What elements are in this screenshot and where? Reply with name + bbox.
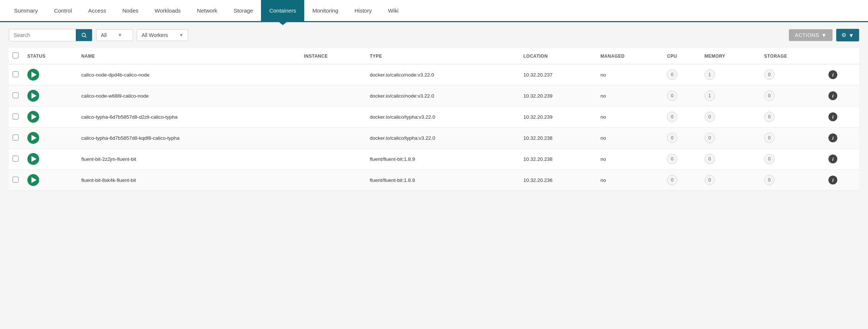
row-name: calico-typha-6d7b5857d8-d2zll-calico-typ… — [78, 106, 300, 128]
row-managed: no — [597, 85, 663, 106]
storage-badge: 0 — [764, 133, 774, 143]
containers-table: STATUS NAME INSTANCE TYPE LOCATION MANAG… — [9, 48, 859, 191]
row-type: docker.io/calico/typha:v3.22.0 — [366, 128, 520, 149]
row-location: 10.32.20.237 — [520, 64, 597, 85]
row-name: fluent-bit-8sk4k-fluent-bit — [78, 170, 300, 191]
row-type: docker.io/calico/node:v3.22.0 — [366, 85, 520, 106]
cpu-badge: 0 — [667, 69, 677, 80]
memory-badge: 0 — [705, 112, 715, 122]
col-name: NAME — [78, 48, 300, 64]
col-storage: STORAGE — [760, 48, 825, 64]
info-icon[interactable]: i — [828, 133, 837, 142]
info-icon[interactable]: i — [828, 112, 837, 121]
row-name: fluent-bit-2z2jm-fluent-bit — [78, 149, 300, 170]
memory-badge: 0 — [705, 175, 715, 185]
row-checkbox[interactable] — [13, 177, 18, 183]
row-type: docker.io/calico/typha:v3.22.0 — [366, 106, 520, 128]
col-memory: MEMORY — [701, 48, 760, 64]
row-managed: no — [597, 106, 663, 128]
storage-badge: 0 — [764, 154, 774, 164]
nav-item-storage[interactable]: Storage — [226, 0, 261, 22]
row-location: 10.32.20.236 — [520, 170, 597, 191]
memory-badge: 1 — [705, 91, 715, 101]
cpu-badge: 0 — [667, 91, 677, 101]
nav-item-history[interactable]: History — [346, 0, 380, 22]
storage-badge: 0 — [764, 69, 774, 80]
chevron-down-icon: ▼ — [118, 33, 122, 38]
nav-item-workloads[interactable]: Workloads — [146, 0, 189, 22]
nav-item-control[interactable]: Control — [46, 0, 80, 22]
row-checkbox[interactable] — [13, 113, 18, 119]
nav-item-network[interactable]: Network — [189, 0, 226, 22]
cpu-badge: 0 — [667, 133, 677, 143]
status-icon — [27, 90, 39, 102]
toolbar: All ▼ All Workers ▼ ACTIONS ▼ ⚙ ▼ — [0, 22, 868, 48]
storage-badge: 0 — [764, 112, 774, 122]
row-managed: no — [597, 64, 663, 85]
chevron-down-icon: ▼ — [179, 33, 183, 38]
table-row: fluent-bit-2z2jm-fluent-bit fluent/fluen… — [9, 149, 859, 170]
navigation: SummaryControlAccessNodesWorkloadsNetwor… — [0, 0, 868, 22]
search-button[interactable] — [76, 29, 92, 41]
gear-icon: ⚙ — [841, 32, 846, 38]
chevron-down-icon: ▼ — [821, 32, 827, 38]
select-all-checkbox[interactable] — [13, 52, 18, 58]
row-location: 10.32.20.238 — [520, 128, 597, 149]
filter-workers-label: All Workers — [142, 32, 168, 38]
filter-all-dropdown[interactable]: All ▼ — [96, 29, 133, 41]
nav-item-nodes[interactable]: Nodes — [114, 0, 146, 22]
filter-workers-dropdown[interactable]: All Workers ▼ — [137, 29, 188, 41]
nav-item-access[interactable]: Access — [80, 0, 114, 22]
status-icon — [27, 111, 39, 123]
memory-badge: 0 — [705, 154, 715, 164]
info-icon[interactable]: i — [828, 70, 837, 79]
row-checkbox[interactable] — [13, 135, 18, 140]
status-icon — [27, 69, 39, 81]
nav-item-containers[interactable]: Containers — [261, 0, 304, 22]
row-checkbox[interactable] — [13, 156, 18, 162]
memory-badge: 0 — [705, 133, 715, 143]
table-row: calico-node-w68l9-calico-node docker.io/… — [9, 85, 859, 106]
col-status: STATUS — [24, 48, 78, 64]
col-managed: MANAGED — [597, 48, 663, 64]
row-instance — [300, 128, 366, 149]
cpu-badge: 0 — [667, 154, 677, 164]
nav-item-wiki[interactable]: Wiki — [380, 0, 407, 22]
row-instance — [300, 106, 366, 128]
table-row: fluent-bit-8sk4k-fluent-bit fluent/fluen… — [9, 170, 859, 191]
row-location: 10.32.20.238 — [520, 149, 597, 170]
row-checkbox[interactable] — [13, 71, 18, 77]
row-location: 10.32.20.239 — [520, 85, 597, 106]
row-name: calico-node-w68l9-calico-node — [78, 85, 300, 106]
actions-button[interactable]: ACTIONS ▼ — [789, 29, 833, 41]
search-input[interactable] — [9, 29, 76, 41]
memory-badge: 1 — [705, 69, 715, 80]
nav-item-summary[interactable]: Summary — [6, 0, 46, 22]
row-managed: no — [597, 128, 663, 149]
row-instance — [300, 85, 366, 106]
nav-item-monitoring[interactable]: Monitoring — [304, 0, 346, 22]
col-location: LOCATION — [520, 48, 597, 64]
row-instance — [300, 170, 366, 191]
row-type: fluent/fluent-bit:1.8.9 — [366, 149, 520, 170]
info-icon[interactable]: i — [828, 155, 837, 163]
row-managed: no — [597, 149, 663, 170]
row-name: calico-typha-6d7b5857d8-kqdf8-calico-typ… — [78, 128, 300, 149]
table-row: calico-node-dpd4b-calico-node docker.io/… — [9, 64, 859, 85]
info-icon[interactable]: i — [828, 176, 837, 184]
chevron-down-icon: ▼ — [848, 32, 854, 38]
row-instance — [300, 64, 366, 85]
row-checkbox[interactable] — [13, 92, 18, 98]
cpu-badge: 0 — [667, 175, 677, 185]
row-managed: no — [597, 170, 663, 191]
status-icon — [27, 132, 39, 144]
actions-label: ACTIONS — [795, 32, 819, 38]
cpu-badge: 0 — [667, 112, 677, 122]
storage-badge: 0 — [764, 91, 774, 101]
info-icon[interactable]: i — [828, 91, 837, 100]
settings-button[interactable]: ⚙ ▼ — [836, 29, 859, 41]
row-instance — [300, 149, 366, 170]
table-row: calico-typha-6d7b5857d8-d2zll-calico-typ… — [9, 106, 859, 128]
filter-all-label: All — [101, 32, 107, 38]
row-type: docker.io/calico/node:v3.22.0 — [366, 64, 520, 85]
